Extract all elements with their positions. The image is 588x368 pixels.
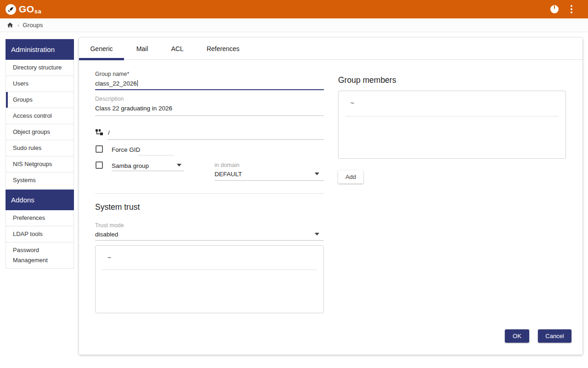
home-icon[interactable]	[6, 22, 14, 29]
sidebar-item-preferences[interactable]: Preferences	[6, 210, 74, 226]
tab-mail[interactable]: Mail	[124, 38, 160, 60]
group-name-underline	[95, 89, 324, 90]
base-input[interactable]: /	[108, 129, 110, 136]
active-tab-indicator	[79, 58, 124, 60]
description-input[interactable]: Class 22 graduating in 2026	[95, 105, 172, 112]
ok-button[interactable]: OK	[505, 329, 529, 343]
group-members-list[interactable]: ~	[338, 91, 566, 159]
tab-acl[interactable]: ACL	[160, 38, 194, 60]
sidebar-item-access-control[interactable]: Access control	[6, 108, 74, 124]
sidebar-item-nis-netgroups[interactable]: NIS Netgroups	[6, 156, 74, 172]
gosa-rocket-icon	[6, 4, 16, 15]
sidebar-section-addons: Addons	[6, 190, 74, 210]
sidebar-item-systems[interactable]: Systems	[6, 172, 74, 188]
trust-mode-select[interactable]: disabled	[95, 231, 118, 238]
breadcrumb-current[interactable]: Groups	[23, 22, 43, 29]
sidebar-item-groups[interactable]: Groups	[6, 92, 74, 108]
sidebar-section-administration: Administration	[6, 39, 74, 60]
trusted-systems-placeholder: ~	[107, 254, 111, 261]
sidebar-item-sudo-rules[interactable]: Sudo rules	[6, 140, 74, 156]
trusted-systems-list[interactable]: ~	[95, 245, 324, 313]
list-row-divider	[345, 116, 559, 116]
samba-group-select[interactable]: Samba group	[112, 162, 149, 169]
app-header: GOsa	[0, 0, 588, 18]
force-gid-label: Force GID	[112, 146, 140, 153]
system-trust-heading: System trust	[95, 202, 140, 212]
group-editor-panel: Generic Mail ACL References Group name* …	[79, 38, 582, 355]
group-name-input[interactable]: class_22_2026	[95, 80, 138, 87]
sidebar-item-password-management[interactable]: Password Management	[6, 242, 74, 268]
tab-bar: Generic Mail ACL References	[79, 38, 582, 60]
trust-mode-dropdown-arrow-icon[interactable]	[315, 233, 319, 236]
gosa-logo: GOsa	[6, 4, 41, 15]
sidebar: Administration Directory structure Users…	[6, 39, 74, 269]
samba-group-checkbox[interactable]	[96, 161, 103, 169]
text-cursor	[137, 80, 138, 86]
breadcrumb-separator: ›	[17, 22, 19, 29]
section-divider	[95, 193, 324, 194]
add-member-button[interactable]: Add	[338, 170, 363, 184]
sidebar-item-object-groups[interactable]: Object groups	[6, 124, 74, 140]
force-gid-field-underline	[139, 155, 174, 155]
group-members-placeholder: ~	[351, 99, 354, 106]
in-domain-label: in domain	[215, 162, 239, 168]
breadcrumb: › Groups	[0, 18, 588, 32]
base-tree-icon[interactable]	[96, 128, 103, 138]
tab-generic[interactable]: Generic	[79, 38, 124, 60]
group-name-label: Group name*	[95, 71, 129, 77]
in-domain-dropdown-arrow-icon[interactable]	[315, 172, 319, 175]
session-timer-icon[interactable]	[550, 5, 559, 13]
force-gid-checkbox[interactable]	[96, 145, 103, 153]
sidebar-item-directory-structure[interactable]: Directory structure	[6, 60, 74, 76]
samba-group-underline	[112, 171, 184, 171]
samba-group-dropdown-arrow-icon[interactable]	[177, 164, 181, 167]
brand-text: GOsa	[19, 4, 41, 15]
description-label: Description	[95, 96, 124, 102]
sidebar-item-ldap-tools[interactable]: LDAP tools	[6, 226, 74, 242]
in-domain-select[interactable]: DEFAULT	[215, 171, 242, 178]
description-underline	[95, 115, 324, 116]
sidebar-item-users[interactable]: Users	[6, 76, 74, 92]
trust-mode-label: Trust mode	[95, 222, 124, 229]
tab-references[interactable]: References	[194, 38, 252, 60]
list-row-divider	[102, 270, 317, 270]
overflow-menu-icon[interactable]	[569, 4, 574, 14]
in-domain-underline	[215, 180, 324, 181]
cancel-button[interactable]: Cancel	[538, 329, 571, 343]
base-underline	[107, 139, 324, 140]
trust-mode-underline	[95, 240, 324, 241]
group-members-heading: Group members	[338, 75, 396, 85]
